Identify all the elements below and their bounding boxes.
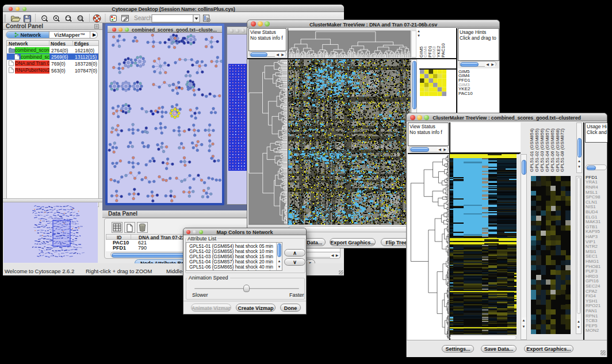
svg-text:Search:: Search: xyxy=(134,15,154,21)
